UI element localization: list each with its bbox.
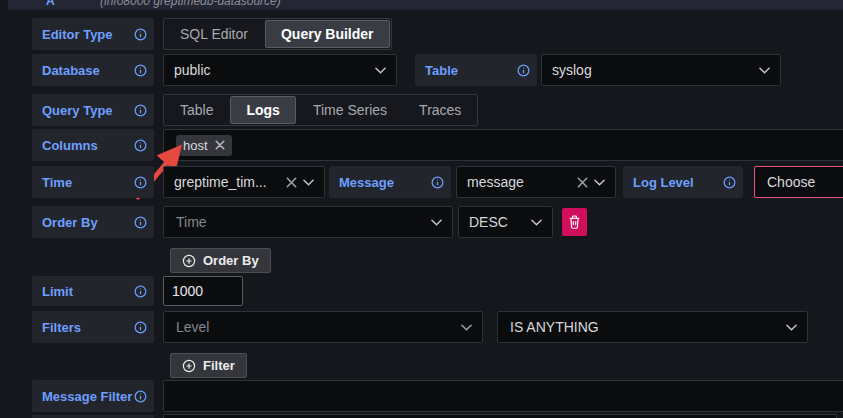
database-select-value: public <box>174 62 367 78</box>
time-select[interactable]: greptime_tim... <box>163 166 325 198</box>
time-select-value: greptime_tim... <box>174 174 280 190</box>
filters-label-text: Filters <box>42 320 81 335</box>
order-by-direction-value: DESC <box>469 214 523 230</box>
remove-order-by-button[interactable] <box>562 208 587 236</box>
table-label-text: Table <box>425 63 458 78</box>
filter-operator-value: IS ANYTHING <box>510 319 778 335</box>
close-icon[interactable] <box>215 140 225 150</box>
limit-input-value: 1000 <box>172 283 203 299</box>
columns-label: Columns <box>32 129 154 161</box>
chevron-down-icon <box>375 67 386 74</box>
order-by-label-text: Order By <box>42 215 98 230</box>
query-type-label-text: Query Type <box>42 103 113 118</box>
info-icon[interactable] <box>134 28 147 41</box>
editor-type-option-query-builder[interactable]: Query Builder <box>265 20 390 48</box>
filters-label: Filters <box>32 311 154 343</box>
info-icon[interactable] <box>134 321 147 334</box>
order-by-label: Order By <box>32 206 154 238</box>
limit-label-text: Limit <box>42 284 73 299</box>
message-filter-label-text: Message Filter <box>42 389 132 404</box>
info-icon[interactable] <box>431 176 444 189</box>
message-filter-input[interactable] <box>163 380 843 412</box>
order-by-direction-select[interactable]: DESC <box>458 206 553 238</box>
info-icon[interactable] <box>134 390 147 403</box>
table-label: Table <box>415 54 537 86</box>
next-row-input-cutoff <box>163 414 837 418</box>
columns-multiselect[interactable]: host <box>163 129 843 161</box>
query-editor: A (info8000 greptimedb-datasource) Edito… <box>0 0 843 418</box>
chevron-down-icon <box>303 179 314 186</box>
query-type-label: Query Type <box>32 94 154 126</box>
add-filter-button[interactable]: Filter <box>170 353 247 378</box>
columns-label-text: Columns <box>42 138 98 153</box>
limit-label: Limit <box>32 276 154 306</box>
info-icon[interactable] <box>134 285 147 298</box>
message-label-text: Message <box>339 175 394 190</box>
filter-operator-select[interactable]: IS ANYTHING <box>497 311 808 343</box>
filter-field-value: Level <box>176 319 453 335</box>
log-level-select[interactable]: Choose <box>754 166 843 198</box>
table-select-value: syslog <box>552 62 751 78</box>
chevron-down-icon <box>431 219 442 226</box>
query-ref-id: A <box>46 0 55 10</box>
filter-field-select[interactable]: Level <box>163 311 483 343</box>
add-order-by-label: Order By <box>203 253 259 268</box>
database-select[interactable]: public <box>163 54 397 86</box>
editor-type-label-text: Editor Type <box>42 27 113 42</box>
query-type-radio-group: Table Logs Time Series Traces <box>163 94 478 126</box>
info-icon[interactable] <box>134 216 147 229</box>
info-icon[interactable] <box>134 139 147 152</box>
editor-type-option-sql-editor[interactable]: SQL Editor <box>164 19 264 49</box>
add-filter-label: Filter <box>203 358 235 373</box>
editor-type-radio-group: SQL Editor Query Builder <box>163 18 392 50</box>
message-select[interactable]: message <box>456 166 616 198</box>
query-type-option-time-series[interactable]: Time Series <box>297 95 403 125</box>
table-select[interactable]: syslog <box>541 54 781 86</box>
datasource-note: (info8000 greptimedb-datasource) <box>100 0 281 10</box>
trash-icon <box>568 215 581 229</box>
order-by-field-select[interactable]: Time <box>163 206 453 238</box>
database-label: Database <box>32 54 154 86</box>
query-type-option-traces[interactable]: Traces <box>403 95 477 125</box>
column-tag-label: host <box>183 138 208 153</box>
chevron-down-icon <box>594 179 605 186</box>
time-label-text: Time <box>42 175 72 190</box>
log-level-label: Log Level <box>623 166 743 198</box>
chevron-down-icon <box>531 219 542 226</box>
order-by-field-value: Time <box>176 214 423 230</box>
log-level-label-text: Log Level <box>633 175 694 190</box>
clear-icon[interactable] <box>286 177 297 188</box>
log-level-select-placeholder: Choose <box>767 174 843 190</box>
column-tag-host: host <box>176 135 232 156</box>
editor-type-label: Editor Type <box>32 18 154 50</box>
info-icon[interactable] <box>134 104 147 117</box>
message-filter-label: Message Filter <box>32 380 154 412</box>
add-order-by-button[interactable]: Order By <box>170 248 271 273</box>
chevron-down-icon <box>461 324 472 331</box>
query-type-option-table[interactable]: Table <box>164 95 229 125</box>
info-icon[interactable] <box>517 64 530 77</box>
plus-circle-icon <box>182 254 196 268</box>
limit-input[interactable]: 1000 <box>163 276 243 306</box>
chevron-down-icon <box>759 67 770 74</box>
message-select-value: message <box>467 174 571 190</box>
plus-circle-icon <box>182 359 196 373</box>
info-icon[interactable] <box>134 176 147 189</box>
database-label-text: Database <box>42 63 100 78</box>
time-label: Time <box>32 166 154 198</box>
query-row-header: A (info8000 greptimedb-datasource) <box>8 0 843 10</box>
info-icon[interactable] <box>723 176 736 189</box>
clear-icon[interactable] <box>577 177 588 188</box>
chevron-down-icon <box>786 324 797 331</box>
query-type-option-logs[interactable]: Logs <box>230 96 295 124</box>
message-label: Message <box>329 166 451 198</box>
info-icon[interactable] <box>134 64 147 77</box>
